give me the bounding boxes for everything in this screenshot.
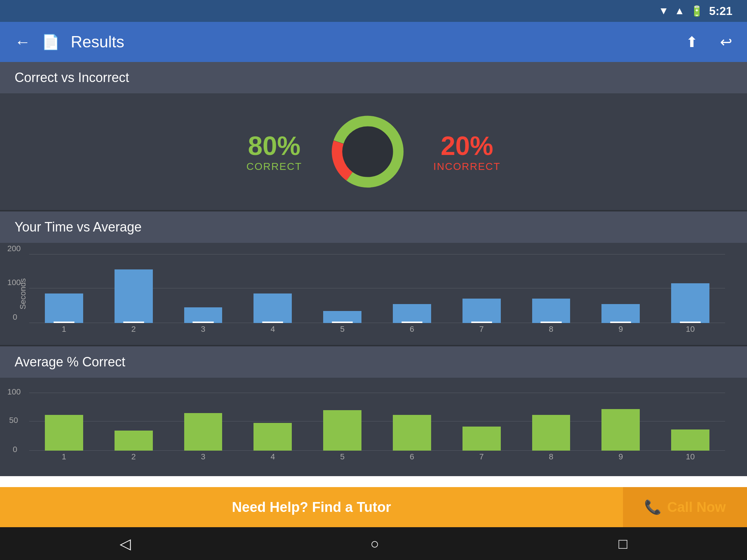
x-axis-label: 2 [131, 324, 136, 334]
status-icons: ▼ ▲ 🔋 5:21 [659, 4, 732, 18]
avg-line [123, 322, 144, 323]
nav-home-button[interactable]: ○ [370, 536, 379, 552]
time-bar [601, 304, 640, 323]
avg-y-label-0: 0 [13, 445, 17, 454]
x-axis-label: 8 [549, 452, 553, 462]
time-vs-average-header: Your Time vs Average [0, 211, 747, 243]
avg-bar [601, 409, 640, 451]
white-space [0, 476, 747, 487]
time-bar-group: 6 [377, 254, 447, 323]
wifi-icon: ▼ [659, 5, 669, 17]
avg-bars-container: 12345678910 [29, 389, 725, 451]
avg-bar [532, 415, 570, 451]
avg-line [193, 322, 213, 323]
avg-bar-group: 2 [99, 389, 169, 451]
share-button[interactable]: ⬆ [686, 34, 698, 50]
time-bars-container: 12345678910 [29, 254, 725, 323]
phone-icon: 📞 [644, 499, 661, 515]
nav-back-button[interactable]: ◁ [120, 535, 131, 552]
banner-left[interactable]: Need Help? Find a Tutor [0, 487, 623, 527]
signal-icon: ▲ [674, 5, 685, 17]
time-bar [115, 269, 153, 323]
avg-line [610, 322, 631, 323]
avg-line [541, 322, 561, 323]
x-axis-label: 4 [271, 452, 275, 462]
back-button[interactable]: ← [15, 33, 31, 51]
avg-bar-group: 10 [655, 389, 725, 451]
navigation-bar: ◁ ○ □ [0, 527, 747, 560]
avg-bar [115, 431, 153, 451]
avg-bar-group: 3 [169, 389, 238, 451]
x-axis-label: 5 [340, 324, 344, 334]
x-axis-label: 3 [201, 324, 205, 334]
avg-bar-group: 6 [377, 389, 447, 451]
incorrect-label: INCORRECT [433, 161, 500, 172]
time-bar [253, 293, 292, 323]
time-bar [184, 307, 222, 323]
average-correct-chart: 0 50 100 12345678910 [0, 378, 747, 476]
time-bar [532, 299, 570, 323]
time-bar-group: 3 [169, 254, 238, 323]
y-label-0: 0 [13, 312, 17, 322]
time-bar [393, 304, 431, 323]
avg-line [680, 322, 701, 323]
x-axis-label: 8 [549, 324, 553, 334]
status-time: 5:21 [709, 4, 732, 18]
time-bar-group: 5 [307, 254, 377, 323]
avg-bar [45, 415, 83, 451]
time-chart-area: Seconds 0 100 200 12345678910 [29, 254, 725, 334]
incorrect-percent-number: 20% [433, 131, 500, 161]
time-bar [671, 283, 709, 323]
x-axis-label: 10 [686, 452, 694, 462]
battery-icon: 🔋 [690, 5, 703, 17]
avg-bar-group: 1 [29, 389, 99, 451]
x-axis-label: 9 [619, 324, 623, 334]
page-title: Results [71, 33, 675, 51]
svg-point-3 [343, 127, 392, 176]
x-axis-label: 7 [479, 452, 484, 462]
time-vs-average-chart: Seconds 0 100 200 12345678910 [0, 243, 747, 345]
call-now-button[interactable]: 📞 Call Now [623, 487, 747, 527]
status-bar: ▼ ▲ 🔋 5:21 [0, 0, 747, 22]
time-bar [462, 299, 501, 323]
avg-bar [671, 429, 709, 451]
y-label-200: 200 [7, 244, 21, 253]
avg-line [54, 322, 74, 323]
donut-chart [324, 108, 411, 195]
time-bar-group: 2 [99, 254, 169, 323]
correct-vs-incorrect-header: Correct vs Incorrect [0, 62, 747, 93]
correct-percent-number: 80% [247, 131, 302, 161]
time-bar-group: 7 [447, 254, 516, 323]
replay-button[interactable]: ↩ [720, 34, 732, 50]
time-bar-group: 8 [516, 254, 586, 323]
x-axis-label: 3 [201, 452, 205, 462]
correct-percentage: 80% CORRECT [247, 131, 302, 172]
call-now-text: Call Now [667, 499, 725, 515]
x-axis-label: 5 [340, 452, 344, 462]
average-correct-header: Average % Correct [0, 346, 747, 378]
correct-label: CORRECT [247, 161, 302, 172]
x-axis-label: 6 [410, 452, 414, 462]
avg-bar [393, 415, 431, 451]
x-axis-label: 6 [410, 324, 414, 334]
x-axis-label: 1 [62, 324, 66, 334]
nav-recent-button[interactable]: □ [619, 536, 627, 552]
avg-y-label-100: 100 [7, 387, 21, 397]
x-axis-label: 4 [271, 324, 275, 334]
banner-help-text: Need Help? Find a Tutor [232, 499, 391, 515]
avg-bar-group: 5 [307, 389, 377, 451]
app-bar: ← 📄 Results ⬆ ↩ [0, 22, 747, 62]
correct-vs-incorrect-section: 80% CORRECT 20% INCORRECT [0, 93, 747, 210]
x-axis-label: 1 [62, 452, 66, 462]
y-label-100: 100 [7, 278, 21, 287]
time-bar-group: 10 [655, 254, 725, 323]
time-bar-group: 1 [29, 254, 99, 323]
x-axis-label: 9 [619, 452, 623, 462]
avg-bar [184, 413, 222, 451]
bottom-banner: Need Help? Find a Tutor 📞 Call Now [0, 487, 747, 527]
x-axis-label: 10 [686, 324, 694, 334]
avg-bar-group: 8 [516, 389, 586, 451]
time-bar-group: 4 [238, 254, 307, 323]
x-axis-label: 2 [131, 452, 136, 462]
incorrect-percentage: 20% INCORRECT [433, 131, 500, 172]
